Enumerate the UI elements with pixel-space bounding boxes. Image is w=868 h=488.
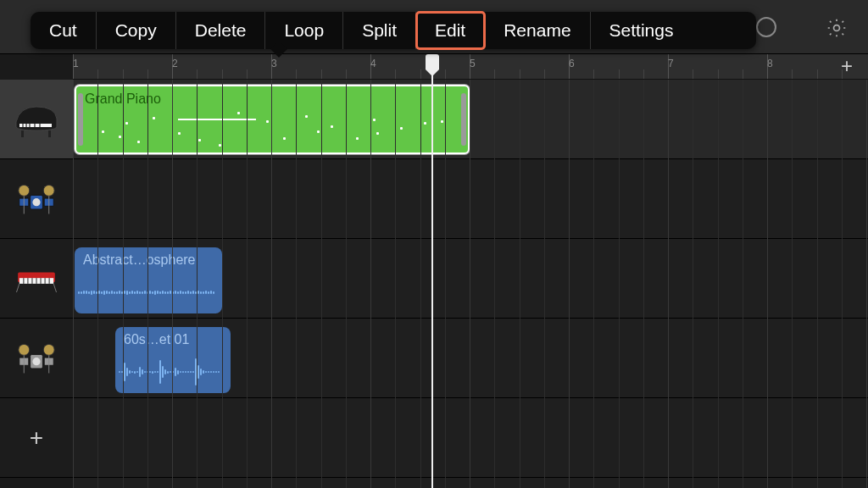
svg-point-31 — [32, 358, 40, 365]
tracks-area[interactable]: Grand Piano Abstract…osphere — [73, 80, 868, 488]
svg-point-29 — [43, 344, 54, 355]
region-grand-piano[interactable]: Grand Piano — [75, 85, 470, 154]
ruler-tick-minor — [718, 69, 719, 79]
ruler-tick-minor — [346, 69, 347, 79]
track-headers-column: + — [0, 80, 73, 488]
add-section-button[interactable]: + — [837, 58, 856, 76]
ruler-tick-minor — [296, 69, 297, 79]
track-header-keyboard-red[interactable] — [0, 239, 73, 319]
ruler-bar-label: 5 — [470, 58, 476, 69]
ruler-tick-minor — [395, 69, 396, 79]
grid-line — [247, 80, 248, 488]
search-icon[interactable] — [756, 17, 776, 37]
grid-line — [395, 80, 396, 488]
track-header-drums-gray[interactable] — [0, 319, 73, 398]
menu-item-rename[interactable]: Rename — [485, 12, 590, 49]
svg-rect-1 — [19, 124, 52, 127]
svg-point-0 — [834, 25, 840, 31]
svg-rect-7 — [21, 130, 24, 137]
ruler-tick-minor — [321, 69, 322, 79]
ruler-tick-minor — [520, 69, 520, 79]
grid-line — [222, 80, 223, 488]
grid-line — [123, 80, 124, 488]
plus-icon: + — [30, 424, 43, 452]
grid-line — [668, 80, 669, 488]
grid-line — [718, 80, 719, 488]
region-abstract-atmosphere[interactable]: Abstract…osphere — [75, 247, 222, 313]
grid-line — [271, 80, 272, 488]
add-track-button[interactable]: + — [0, 398, 73, 478]
menu-item-delete[interactable]: Delete — [176, 12, 266, 49]
ruler-tick-minor — [147, 69, 148, 79]
menu-item-copy[interactable]: Copy — [97, 12, 176, 49]
grid-line — [445, 80, 446, 488]
grid-line — [370, 80, 371, 488]
ruler-bar-label: 4 — [370, 58, 376, 69]
ruler-tick-minor — [222, 69, 223, 79]
region-label: Abstract…osphere — [83, 252, 196, 268]
track-row[interactable] — [73, 159, 868, 239]
ruler-tick-minor — [792, 69, 793, 79]
menu-item-edit[interactable]: Edit — [416, 12, 485, 49]
grid-line — [619, 80, 620, 488]
ruler-tick-minor — [817, 69, 818, 79]
grid-line — [593, 80, 594, 488]
grid-line — [470, 80, 470, 488]
grid-line — [147, 80, 148, 488]
grid-line — [693, 80, 693, 488]
ruler-bar-label: 8 — [767, 58, 773, 69]
playhead-marker[interactable] — [426, 54, 439, 69]
ruler-bar-label: 2 — [172, 58, 178, 69]
ruler-tick-minor — [544, 69, 545, 79]
ruler-bar-label: 1 — [73, 58, 79, 69]
grid-line — [643, 80, 644, 488]
waveform-preview — [119, 356, 227, 388]
ruler-tick-minor — [420, 69, 421, 79]
ruler-bar-label: 6 — [569, 58, 575, 69]
ruler-tick-minor — [123, 69, 124, 79]
grid-line — [97, 80, 98, 488]
ruler-tick-minor — [97, 69, 98, 79]
playhead[interactable] — [431, 54, 433, 488]
grid-line — [842, 80, 843, 488]
grid-line — [544, 80, 545, 488]
midi-notes-preview — [76, 110, 468, 147]
svg-point-10 — [43, 185, 54, 196]
grid-line — [569, 80, 570, 488]
menu-item-cut[interactable]: Cut — [31, 12, 97, 49]
region-context-menu: Cut Copy Delete Loop Split Edit Rename S… — [31, 12, 756, 49]
drum-kit-gray-icon — [11, 337, 62, 380]
grid-line — [792, 80, 793, 488]
track-header-piano[interactable] — [0, 80, 73, 159]
track-header-drums-blue[interactable] — [0, 159, 73, 239]
ruler-bar-label: 7 — [668, 58, 674, 69]
ruler-tick-minor — [693, 69, 693, 79]
keyboard-red-icon — [11, 258, 62, 300]
svg-point-9 — [19, 185, 30, 196]
grid-line — [73, 80, 74, 488]
svg-line-26 — [16, 283, 19, 291]
grid-line — [767, 80, 768, 488]
region-60s-set-01[interactable]: 60s…et 01 — [115, 327, 231, 393]
ruler-tick-minor — [445, 69, 446, 79]
drum-kit-blue-icon — [11, 178, 62, 220]
ruler-tick-minor — [494, 69, 495, 79]
timeline-ruler[interactable]: + 12345678 — [73, 54, 868, 80]
region-label: 60s…et 01 — [124, 332, 189, 347]
ruler-tick-minor — [743, 69, 743, 79]
grid-line — [172, 80, 173, 488]
svg-rect-8 — [48, 130, 51, 137]
grid-line — [866, 80, 867, 488]
grid-line — [321, 80, 322, 488]
grid-line — [420, 80, 421, 488]
ruler-tick-minor — [593, 69, 594, 79]
menu-item-settings[interactable]: Settings — [591, 12, 693, 49]
svg-point-12 — [32, 198, 40, 206]
settings-gear-icon[interactable] — [826, 17, 848, 39]
svg-point-28 — [19, 344, 30, 355]
grid-line — [743, 80, 743, 488]
ruler-tick-minor — [842, 69, 843, 79]
svg-line-27 — [53, 283, 56, 291]
menu-item-split[interactable]: Split — [343, 12, 416, 49]
track-row[interactable] — [73, 398, 868, 478]
